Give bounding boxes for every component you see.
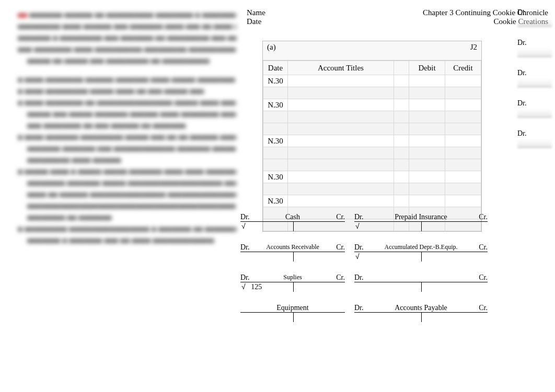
check-icon: √ bbox=[241, 282, 246, 291]
tacc-title: Suplies bbox=[253, 274, 332, 282]
cr-label: Cr. bbox=[475, 243, 488, 252]
check-icon: √ bbox=[241, 222, 246, 230]
right-stub: Dr. bbox=[517, 39, 552, 57]
header-name-row: Name Chapter 3 Continuing Cookie Chronic… bbox=[247, 8, 550, 17]
supplies-amount: 125 bbox=[251, 283, 262, 291]
tacc-title bbox=[367, 274, 475, 282]
tacc-blank: Dr. Cr. bbox=[354, 274, 488, 292]
cr-label: Cr. bbox=[475, 304, 488, 312]
journal-row[interactable] bbox=[263, 147, 481, 159]
journal-row[interactable]: N.30 bbox=[263, 99, 481, 111]
chapter-title: Chapter 3 Continuing Cookie Chronicle bbox=[278, 8, 550, 17]
cr-label: Cr. bbox=[332, 274, 345, 282]
journal-row[interactable] bbox=[263, 159, 481, 171]
dr-label: Dr. bbox=[240, 274, 253, 282]
tacc-title: Accounts Payable bbox=[367, 304, 475, 312]
cr-label: Cr. bbox=[475, 274, 488, 282]
col-debit: Debit bbox=[409, 61, 445, 75]
right-stub: Dr. bbox=[517, 8, 552, 27]
journal-row[interactable]: N.30 bbox=[263, 75, 481, 87]
tacc-prepaid-insurance: Dr. Prepaid Insurance Cr. √ bbox=[354, 213, 488, 231]
cr-label: Cr. bbox=[475, 213, 488, 221]
check-icon: √ bbox=[355, 222, 360, 230]
dr-label: Dr. bbox=[240, 213, 253, 221]
journal-page: J2 bbox=[470, 43, 477, 52]
dr-label: Dr. bbox=[240, 243, 253, 252]
tacc-accounts-payable: Dr. Accounts Payable Cr. bbox=[354, 304, 488, 322]
tacc-cash: Dr. Cash Cr. √ bbox=[240, 213, 345, 231]
tacc-title: Accounts Receivable bbox=[253, 243, 332, 252]
right-stub: Dr. bbox=[517, 99, 552, 117]
journal-row[interactable] bbox=[263, 87, 481, 99]
col-credit: Credit bbox=[445, 61, 481, 75]
dr-label: Dr. bbox=[354, 304, 367, 312]
tacc-title: Accumulated Depr.-B.Equip. bbox=[367, 243, 475, 252]
cr-label: Cr. bbox=[332, 213, 345, 221]
journal-row[interactable]: N.30 bbox=[263, 135, 481, 147]
tacc-title: Cash bbox=[253, 213, 332, 221]
tacc-equipment: Equipment bbox=[240, 304, 345, 322]
date-label: Date bbox=[247, 17, 278, 26]
tacc-title: Prepaid Insurance bbox=[367, 213, 475, 221]
header-date-row: Date Cookie Creations bbox=[247, 17, 550, 26]
tacc-title: Equipment bbox=[253, 304, 332, 312]
journal-row[interactable] bbox=[263, 183, 481, 195]
cr-label: Cr. bbox=[332, 243, 345, 252]
journal-row[interactable]: N.30 bbox=[263, 195, 481, 207]
check-icon: √ bbox=[355, 252, 360, 260]
right-content: Name Chapter 3 Continuing Cookie Chronic… bbox=[240, 0, 555, 246]
right-stub: Dr. bbox=[517, 69, 552, 87]
blurred-paragraph: ■■ ■■■■■■■ ■■■■■■ ■■ ■■■■■■■■■■ ■■■■■■■■… bbox=[18, 9, 236, 246]
dr-label: Dr. bbox=[354, 243, 367, 252]
journal-table: (a) J2 Date Account Titles Debit Credit … bbox=[262, 41, 482, 232]
col-titles: Account Titles bbox=[288, 61, 394, 75]
dr-label: Dr. bbox=[354, 213, 367, 221]
journal-tag: (a) bbox=[267, 43, 276, 52]
col-ref bbox=[394, 61, 409, 75]
right-stub: Dr. bbox=[517, 129, 552, 148]
tacc-ar: Dr. Accounts Receivable Cr. bbox=[240, 243, 345, 262]
journal-row[interactable] bbox=[263, 123, 481, 135]
left-text-block: ■■ ■■■■■■■ ■■■■■■ ■■ ■■■■■■■■■■ ■■■■■■■■… bbox=[0, 0, 240, 246]
tacc-acc-depr: Dr. Accumulated Depr.-B.Equip. Cr. √ bbox=[354, 243, 488, 262]
name-label: Name bbox=[247, 8, 278, 17]
company-name: Cookie Creations bbox=[278, 17, 550, 26]
tacc-supplies: Dr. Suplies Cr. √ 125 bbox=[240, 274, 345, 292]
dr-label: Dr. bbox=[354, 274, 367, 282]
col-date: Date bbox=[263, 61, 288, 75]
journal-row[interactable] bbox=[263, 111, 481, 123]
journal-row[interactable]: N.30 bbox=[263, 171, 481, 183]
